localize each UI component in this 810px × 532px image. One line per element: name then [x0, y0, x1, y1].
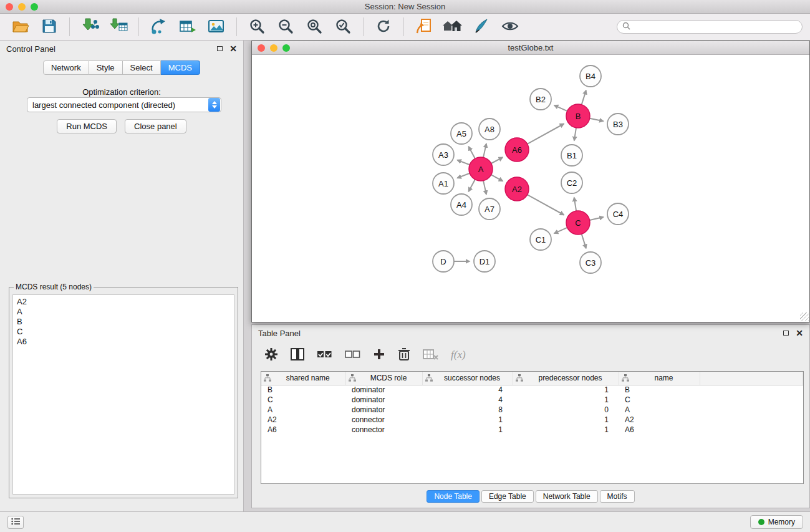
graph-node-A6[interactable] [505, 138, 529, 162]
table-cell[interactable]: 4 [422, 395, 513, 405]
zoom-selected-button[interactable] [330, 16, 356, 38]
table-cell[interactable]: C [261, 395, 345, 405]
style-brush-button[interactable] [468, 16, 494, 38]
graph-node-A[interactable] [469, 157, 493, 181]
graph-edge-C-C3[interactable] [582, 234, 586, 248]
graph-node-C1[interactable] [530, 229, 551, 250]
table-cell[interactable]: C [619, 395, 700, 405]
table-cell[interactable]: connector [345, 425, 422, 435]
tab-network[interactable]: Network [43, 60, 89, 75]
column-header-MCDS-role[interactable]: MCDS role [345, 372, 422, 385]
graph-node-A2[interactable] [505, 177, 529, 201]
column-header-shared-name[interactable]: shared name [261, 372, 345, 385]
float-panel-icon[interactable] [217, 46, 223, 51]
table-cell[interactable]: 1 [422, 425, 513, 435]
delete-table-button[interactable] [423, 348, 438, 362]
result-item[interactable]: C [17, 327, 230, 337]
graph-node-B3[interactable] [607, 114, 629, 135]
save-session-button[interactable] [36, 16, 62, 38]
show-columns-button[interactable] [291, 348, 304, 362]
graph-node-B1[interactable] [561, 145, 582, 166]
table-settings-button[interactable] [264, 347, 278, 363]
graph-node-C[interactable] [566, 211, 590, 235]
network-canvas[interactable]: B4B2BB3A5A8A6B1A3AC2A1A2A4A7CC4C1C3DD1 [252, 56, 809, 322]
graph-edge-B-B4[interactable] [582, 90, 586, 105]
graph-node-B4[interactable] [580, 65, 601, 87]
table-row[interactable]: A2connector11A2 [261, 415, 803, 425]
close-table-panel-icon[interactable]: ✕ [796, 330, 803, 336]
table-cell[interactable]: dominator [345, 385, 422, 395]
table-cell[interactable]: A2 [261, 415, 345, 425]
zoom-out-button[interactable] [272, 16, 299, 38]
close-window-button[interactable] [6, 3, 13, 11]
table-cell[interactable]: 0 [513, 405, 619, 415]
graph-node-C2[interactable] [561, 172, 582, 193]
table-cell[interactable]: 1 [422, 415, 513, 425]
minimize-network-window-button[interactable] [270, 44, 277, 52]
table-cell[interactable]: B [261, 385, 345, 395]
table-cell[interactable]: connector [345, 415, 422, 425]
result-item[interactable]: B [17, 317, 230, 327]
graph-edge-A-A6[interactable] [491, 157, 503, 163]
graph-edge-C-C2[interactable] [574, 198, 576, 211]
table-cell[interactable]: A6 [261, 425, 345, 435]
optimization-criterion-dropdown[interactable]: largest connected component (directed) [27, 97, 221, 112]
tab-mcds[interactable]: MCDS [161, 60, 200, 75]
import-network-file-button[interactable] [77, 16, 103, 38]
graph-edge-C-C4[interactable] [590, 217, 604, 220]
mcds-result-list[interactable]: A2ABCA6 [12, 294, 234, 495]
open-session-button[interactable] [7, 16, 34, 38]
column-header-predecessor-nodes[interactable]: predecessor nodes [513, 372, 619, 385]
graph-edge-B-B2[interactable] [554, 105, 567, 111]
export-table-button[interactable] [175, 16, 201, 38]
show-panels-button[interactable] [7, 516, 24, 529]
graph-edge-A2-C[interactable] [528, 195, 564, 215]
show-graphics-details-button[interactable] [497, 16, 523, 38]
graph-node-A3[interactable] [433, 144, 454, 165]
table-cell[interactable]: A [619, 405, 700, 415]
result-item[interactable]: A6 [17, 337, 230, 347]
close-panel-button[interactable]: Close panel [125, 119, 186, 133]
refresh-view-button[interactable] [370, 16, 397, 38]
table-cell[interactable]: dominator [345, 395, 422, 405]
tab-select[interactable]: Select [123, 60, 161, 75]
graph-edge-A-A4[interactable] [469, 180, 475, 191]
graph-node-A1[interactable] [433, 173, 454, 194]
close-network-window-button[interactable] [258, 44, 265, 52]
delete-column-button[interactable] [398, 347, 410, 363]
graph-node-B2[interactable] [530, 89, 551, 110]
memory-button[interactable]: Memory [750, 515, 803, 529]
table-cell[interactable]: A [261, 405, 345, 415]
table-cell[interactable]: 8 [422, 405, 513, 415]
function-builder-button[interactable]: f(x) [451, 349, 466, 361]
table-row[interactable]: Bdominator41B [261, 385, 803, 395]
home-button[interactable] [440, 16, 466, 38]
table-cell[interactable]: B [619, 385, 700, 395]
deselect-all-columns-button[interactable] [345, 348, 360, 362]
tab-motifs[interactable]: Motifs [600, 490, 635, 503]
run-mcds-button[interactable]: Run MCDS [57, 119, 117, 133]
table-cell[interactable]: 1 [513, 425, 619, 435]
graph-edge-A-A8[interactable] [483, 143, 486, 157]
graph-node-C3[interactable] [580, 252, 601, 273]
graph-node-A5[interactable] [451, 123, 472, 144]
export-network-button[interactable] [146, 16, 172, 38]
search-input[interactable] [634, 22, 797, 31]
table-cell[interactable]: 4 [422, 385, 513, 395]
tab-edge-table[interactable]: Edge Table [481, 490, 534, 503]
graph-node-A4[interactable] [451, 194, 472, 215]
table-cell[interactable]: dominator [345, 405, 422, 415]
close-panel-icon[interactable]: ✕ [229, 46, 237, 52]
table-cell[interactable]: 1 [513, 415, 619, 425]
search-box[interactable] [617, 20, 803, 34]
graph-edge-A-A5[interactable] [469, 147, 475, 158]
tab-style[interactable]: Style [89, 60, 123, 75]
create-column-button[interactable] [373, 348, 385, 362]
graph-edge-B-B3[interactable] [590, 118, 604, 121]
table-row[interactable]: A6connector11A6 [261, 425, 803, 435]
tab-node-table[interactable]: Node Table [427, 490, 480, 503]
graph-edge-A6-B[interactable] [528, 124, 564, 144]
graph-edge-A-A2[interactable] [491, 175, 503, 181]
graph-node-A7[interactable] [479, 198, 500, 220]
minimize-window-button[interactable] [18, 3, 26, 11]
